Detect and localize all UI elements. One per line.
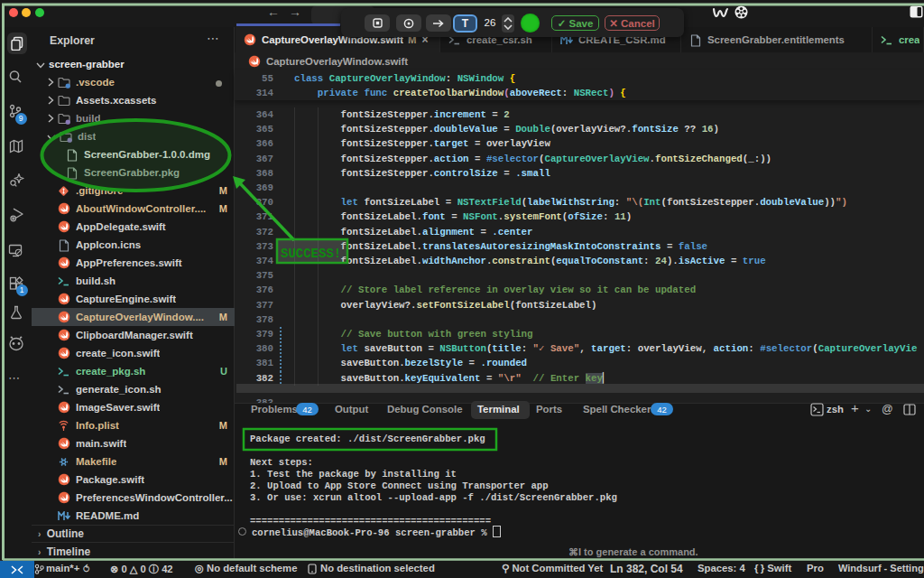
svg-text:SUCCESS!: SUCCESS! <box>281 247 341 261</box>
